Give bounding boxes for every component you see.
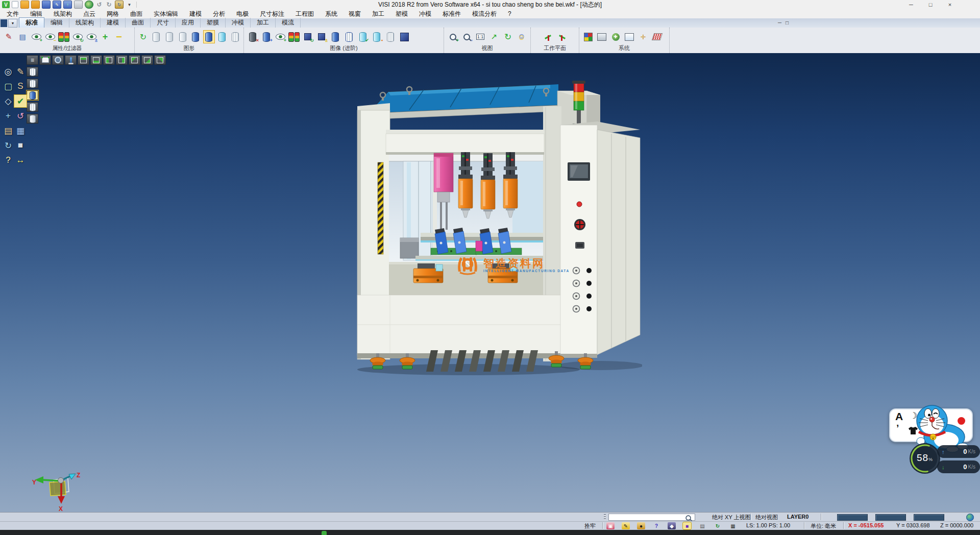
print-preview-icon[interactable]: [85, 1, 93, 9]
minimize-button[interactable]: ─: [903, 1, 919, 9]
view-cube-front-button[interactable]: [90, 55, 102, 65]
menu-analysis[interactable]: 分析: [207, 10, 231, 18]
image-cubes-refresh-icon[interactable]: ↻: [302, 31, 313, 43]
undo-icon[interactable]: ↺: [95, 1, 103, 8]
filter-hide-icon[interactable]: −: [44, 31, 56, 43]
tab-machining[interactable]: 加工: [251, 18, 276, 28]
image-solid-icon[interactable]: [330, 31, 341, 43]
open-file-icon[interactable]: [20, 1, 29, 9]
graphics-body-2-icon[interactable]: [164, 31, 175, 43]
menu-wireframe[interactable]: 线架构: [48, 10, 78, 18]
workplane-align-icon[interactable]: [556, 31, 568, 43]
confirm-check-icon[interactable]: ✔: [14, 95, 27, 107]
close-button[interactable]: ×: [942, 1, 958, 9]
memory-gauge[interactable]: 58%: [909, 442, 941, 475]
layer-color-swatch-1[interactable]: [837, 514, 868, 521]
move-axes-icon[interactable]: +: [2, 110, 14, 122]
tab-modeling[interactable]: 建模: [101, 18, 126, 28]
view-menu-button[interactable]: ≡: [27, 55, 38, 65]
view-cube-iso2-button[interactable]: [154, 55, 166, 65]
graphics-body-transparent-icon[interactable]: [217, 31, 228, 43]
snap-point-icon[interactable]: ◆: [668, 522, 676, 529]
menu-file[interactable]: 文件: [1, 10, 24, 18]
menu-electrode[interactable]: 电极: [231, 10, 254, 18]
rotate-refresh-icon[interactable]: ↻: [714, 522, 722, 529]
zoom-in-icon[interactable]: +: [447, 31, 458, 43]
tab-flow[interactable]: 模流: [276, 18, 301, 28]
menu-pointcloud[interactable]: 点云: [78, 10, 101, 18]
filter-show-add-icon[interactable]: +: [31, 31, 42, 43]
zoom-solid-icon[interactable]: ◇: [2, 95, 14, 107]
menu-die[interactable]: 冲模: [413, 10, 437, 18]
view-cube-right-button[interactable]: [116, 55, 128, 65]
view-search-button[interactable]: [52, 55, 64, 65]
system-options-icon[interactable]: [624, 31, 635, 43]
tab-edit[interactable]: 编辑: [44, 18, 69, 28]
image-verify-icon[interactable]: ✔: [357, 31, 369, 43]
highlight-pen-icon[interactable]: ✎: [622, 522, 630, 529]
image-wire-body-icon[interactable]: [385, 31, 396, 43]
quad-view-icon[interactable]: ▦: [729, 522, 737, 529]
menu-modeling[interactable]: 建模: [184, 10, 207, 18]
menu-dimension[interactable]: 尺寸标注: [254, 10, 290, 18]
tab-standard[interactable]: 标准: [19, 17, 44, 28]
image-delete-icon[interactable]: ×: [247, 31, 258, 43]
menu-machining[interactable]: 加工: [366, 10, 390, 18]
view-pin-button[interactable]: [65, 55, 77, 65]
save-all-icon[interactable]: ↑: [63, 1, 72, 9]
menu-solid-edit[interactable]: 实体编辑: [148, 10, 184, 18]
image-cubes-toggle-icon[interactable]: ±: [316, 31, 327, 43]
zoom-search-icon[interactable]: ◎: [2, 65, 14, 78]
sketch-edit-icon[interactable]: ✎: [14, 65, 27, 78]
graphics-body-3-icon[interactable]: [177, 31, 188, 43]
menu-surface[interactable]: 曲面: [125, 10, 148, 18]
system-display-icon[interactable]: [596, 31, 607, 43]
solid-cube-icon[interactable]: ■: [14, 139, 27, 152]
zoom-extents-icon[interactable]: ↗: [488, 31, 500, 43]
zoom-actual-icon[interactable]: 1:1: [475, 31, 486, 43]
curve-edit-icon[interactable]: S: [14, 80, 27, 92]
mdi-restore-button[interactable]: □: [786, 20, 789, 26]
new-file-icon[interactable]: [12, 1, 18, 8]
graphics-body-selected-icon[interactable]: [204, 31, 214, 43]
workplane-create-icon[interactable]: [543, 31, 554, 43]
view-mode-indicator[interactable]: 绝对 XY 上视图: [712, 514, 751, 521]
tab-wireframe[interactable]: 线架构: [69, 18, 101, 28]
menu-standard-parts[interactable]: 标准件: [437, 10, 467, 18]
image-copy-icon[interactable]: +: [261, 31, 272, 43]
qat-customize-icon[interactable]: ▼: [126, 1, 133, 8]
globe-icon[interactable]: [966, 514, 974, 521]
menu-help[interactable]: ?: [502, 10, 517, 17]
image-striped-icon[interactable]: [344, 31, 355, 43]
image-dark-cube-icon[interactable]: [399, 31, 410, 43]
rotate-sketch-icon[interactable]: ↺: [14, 110, 27, 122]
menu-system[interactable]: 系统: [320, 10, 343, 18]
list-bars-icon[interactable]: ▤: [698, 522, 706, 529]
windows-icon[interactable]: ▦: [14, 125, 27, 137]
graphics-body-shaded-icon[interactable]: [190, 31, 201, 43]
plane-bounds-icon[interactable]: ▢: [2, 80, 14, 92]
tab-list-dropdown[interactable]: ▼: [8, 19, 17, 28]
zoom-window-icon[interactable]: ▫: [461, 31, 472, 43]
help-question-icon[interactable]: ?: [652, 522, 660, 529]
menu-flow-analysis[interactable]: 模流分析: [467, 10, 502, 18]
attribute-copy-icon[interactable]: ▤: [17, 31, 28, 43]
strip-body-3-button[interactable]: [27, 102, 38, 112]
taskbar-peek-icon[interactable]: [322, 531, 327, 535]
image-new-body-icon[interactable]: ▪: [371, 31, 382, 43]
mdi-minimize-button[interactable]: ─: [778, 20, 781, 26]
active-layer-indicator[interactable]: LAYER0: [787, 514, 808, 520]
history-icon[interactable]: ↻: [115, 1, 124, 9]
view-cube-iso-button[interactable]: [141, 55, 153, 65]
filter-refresh-icon[interactable]: ↻: [72, 31, 83, 43]
image-traffic-icon[interactable]: [288, 31, 300, 43]
strip-body-selected-button[interactable]: [27, 90, 38, 100]
tab-application[interactable]: 应用: [176, 18, 201, 28]
measure-icon[interactable]: ↔: [14, 154, 27, 166]
menu-window[interactable]: 视窗: [343, 10, 366, 18]
tab-dimension[interactable]: 尺寸: [151, 18, 176, 28]
purple-cube-icon[interactable]: ■: [683, 522, 691, 529]
tab-surface[interactable]: 曲面: [126, 18, 151, 28]
ime-mode-letter[interactable]: A: [895, 410, 903, 423]
attribute-paint-icon[interactable]: ✎: [3, 31, 14, 43]
